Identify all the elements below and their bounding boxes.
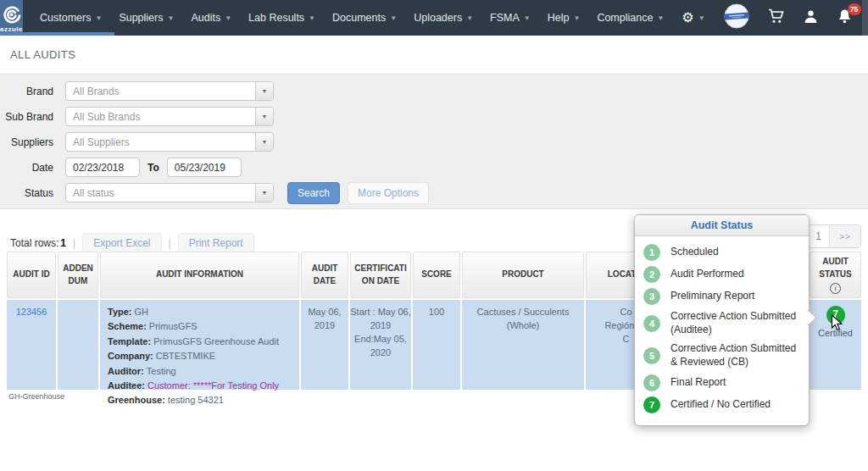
divider: | xyxy=(169,237,171,249)
cell-score: 100 xyxy=(413,300,460,390)
popup-title: Audit Status xyxy=(635,215,809,236)
chevron-down-icon: ▼ xyxy=(225,14,231,22)
chevron-down-icon: ▼ xyxy=(466,14,473,22)
cell-audit-date: May 06, 2019 xyxy=(301,300,348,390)
step-6-badge: 6 xyxy=(643,374,660,391)
app-screen: azzule Customers▼ Suppliers▼ Audits▼ Lab… xyxy=(0,0,868,471)
notifications-button[interactable]: 75 xyxy=(827,0,862,36)
brand-label: Brand xyxy=(0,86,53,97)
top-navbar: azzule Customers▼ Suppliers▼ Audits▼ Lab… xyxy=(0,0,868,36)
header-certification-date: CERTIFICATION DATE xyxy=(350,252,411,298)
total-rows-label: Total rows: xyxy=(10,237,58,249)
mouse-cursor xyxy=(831,314,843,332)
pagination: 1 >> xyxy=(807,224,861,248)
suppliers-select[interactable]: All Suppliers ▼ xyxy=(65,132,274,152)
person-icon xyxy=(804,9,818,27)
sub-brand-select[interactable]: All Sub Brands ▼ xyxy=(65,107,274,126)
step-7-badge: 7 xyxy=(643,396,660,413)
print-report-button[interactable]: Print Report xyxy=(178,233,254,253)
chevron-down-icon: ▼ xyxy=(390,14,397,22)
cell-audit-id: 123456 xyxy=(7,300,56,390)
more-options-button[interactable]: More Options xyxy=(348,182,429,204)
search-button[interactable]: Search xyxy=(287,182,340,204)
sub-brand-filter-row: Sub Brand All Sub Brands ▼ xyxy=(0,107,868,126)
popup-body: 1 Scheduled 2 Audit Performed 3 Prelimin… xyxy=(635,236,809,423)
azzule-logo[interactable]: azzule xyxy=(0,0,23,36)
chevron-down-icon[interactable]: ▼ xyxy=(255,133,273,151)
header-product: PRODUCT xyxy=(462,252,584,298)
azzule-logo-icon xyxy=(2,3,22,27)
status-step-2: 2 Audit Performed xyxy=(643,263,800,285)
chevron-down-icon: ▼ xyxy=(95,14,102,22)
status-label: Status xyxy=(0,187,53,199)
seal-badge-icon xyxy=(724,3,749,32)
certification-seal-avatar[interactable] xyxy=(715,0,759,36)
nav-suppliers[interactable]: Suppliers▼ xyxy=(110,0,182,36)
date-filter-row: Date 02/23/2018 To 05/23/2019 xyxy=(0,158,868,177)
step-2-badge: 2 xyxy=(643,266,660,283)
gear-icon: ⚙ xyxy=(682,11,693,25)
next-page-button[interactable]: >> xyxy=(830,225,860,247)
chevron-down-icon: ▼ xyxy=(168,14,175,22)
info-icon[interactable]: i xyxy=(830,283,841,294)
header-audit-id: AUDIT ID xyxy=(7,252,56,298)
page-title: ALL AUDITS xyxy=(10,48,75,61)
profile-button[interactable] xyxy=(794,0,827,36)
settings-menu[interactable]: ⚙ ▼ xyxy=(672,0,714,36)
date-label: Date xyxy=(0,162,53,174)
audit-id-link[interactable]: 123456 xyxy=(16,306,47,319)
nav-audits[interactable]: Audits▼ xyxy=(182,0,240,36)
suppliers-filter-row: Suppliers All Suppliers ▼ xyxy=(0,132,868,152)
cell-certification-date: Start : May 06, 2019 End:May 05, 2020 xyxy=(350,300,411,390)
page-1-button[interactable]: 1 xyxy=(808,225,830,247)
navbar-icon-cluster: ⚙ ▼ xyxy=(672,0,868,36)
nav-lab-results[interactable]: Lab Results▼ xyxy=(240,0,324,36)
header-audit-date: AUDIT DATE xyxy=(301,252,348,298)
chevron-down-icon[interactable]: ▼ xyxy=(255,184,273,202)
chevron-down-icon[interactable]: ▼ xyxy=(255,108,273,125)
step-4-badge: 4 xyxy=(643,315,660,332)
chevron-down-icon: ▼ xyxy=(524,14,531,22)
chevron-down-icon: ▼ xyxy=(698,14,705,22)
cell-audit-information: Type:GH Scheme:PrimusGFS Template:Primus… xyxy=(100,300,299,390)
nav-uploaders[interactable]: Uploaders▼ xyxy=(405,0,481,36)
brand-filter-row: Brand All Brands ▼ xyxy=(0,81,868,101)
status-step-6: 6 Final Report xyxy=(643,372,800,394)
divider: | xyxy=(73,237,75,249)
header-audit-status: AUDIT STATUS i xyxy=(810,252,861,298)
step-3-badge: 3 xyxy=(643,288,660,305)
page-header: ALL AUDITS xyxy=(0,36,868,75)
date-to-input[interactable]: 05/23/2019 xyxy=(167,158,242,177)
status-step-3: 3 Preliminary Report xyxy=(643,285,800,308)
chevron-down-icon[interactable]: ▼ xyxy=(255,82,273,100)
chevron-down-icon: ▼ xyxy=(573,14,580,22)
status-step-7: 7 Certified / No Certified xyxy=(643,394,800,416)
status-step-4: 4 Corrective Action Submitted (Auditee) xyxy=(643,308,800,340)
nav-documents[interactable]: Documents▼ xyxy=(324,0,405,36)
chevron-down-icon: ▼ xyxy=(309,14,315,22)
notification-count-badge: 75 xyxy=(848,3,861,15)
cell-audit-status: 7 Certified xyxy=(810,300,861,390)
nav-compliance[interactable]: Compliance▼ xyxy=(588,0,672,36)
results-toolbar: Total rows: 1 | Export Excel | Print Rep… xyxy=(10,233,254,253)
date-from-input[interactable]: 02/23/2018 xyxy=(65,158,140,177)
sub-brand-label: Sub Brand xyxy=(0,111,53,123)
step-1-badge: 1 xyxy=(643,244,660,261)
cart-button[interactable] xyxy=(759,0,794,36)
main-menu: Customers▼ Suppliers▼ Audits▼ Lab Result… xyxy=(31,0,672,36)
export-excel-button[interactable]: Export Excel xyxy=(82,233,161,253)
nav-fsma[interactable]: FSMA▼ xyxy=(481,0,539,36)
nav-customers[interactable]: Customers▼ xyxy=(31,0,110,36)
cart-icon xyxy=(768,8,785,27)
header-score: SCORE xyxy=(413,252,460,298)
status-step-1: 1 Scheduled xyxy=(643,241,800,263)
status-select[interactable]: All status ▼ xyxy=(65,183,274,202)
step-5-badge: 5 xyxy=(643,347,660,364)
header-audit-information: AUDIT INFORMATION xyxy=(100,252,299,298)
nav-help[interactable]: Help▼ xyxy=(539,0,589,36)
cell-product: Cactuses / Succulents (Whole) xyxy=(462,300,584,390)
filter-panel: Brand All Brands ▼ Sub Brand All Sub Bra… xyxy=(0,75,868,209)
logout-button[interactable] xyxy=(862,0,868,36)
date-to-label: To xyxy=(147,162,159,174)
brand-select[interactable]: All Brands ▼ xyxy=(65,81,274,101)
